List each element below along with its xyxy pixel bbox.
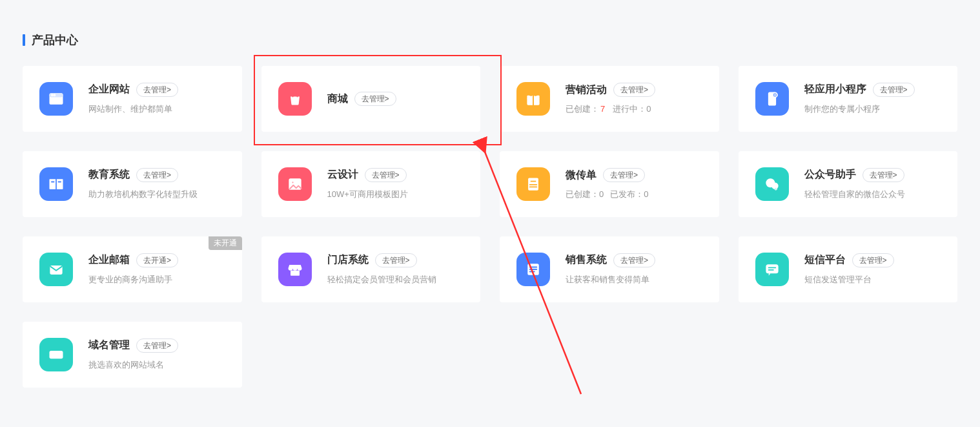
card-action-button[interactable]: 去管理> <box>375 253 417 267</box>
card-title: 公众号助手 <box>804 168 856 182</box>
product-card[interactable]: 门店系统去管理>轻松搞定会员管理和会员营销 <box>261 236 481 302</box>
card-desc: 短信发送管理平台 <box>804 274 941 286</box>
card-desc: 网站制作、维护都简单 <box>88 103 225 115</box>
stat-label: 已发布： <box>610 189 644 199</box>
card-body: 短信平台去管理>短信发送管理平台 <box>804 253 941 286</box>
card-icon <box>278 167 312 201</box>
stat-value: 0 <box>644 189 648 199</box>
card-body: 公众号助手去管理>轻松管理自家的微信公众号 <box>804 168 941 200</box>
product-card[interactable]: 营销活动去管理>已创建：7进行中：0 <box>500 66 719 132</box>
product-card[interactable]: 商城去管理> <box>261 66 481 132</box>
product-card[interactable]: 轻应用小程序去管理>制作您的专属小程序 <box>739 66 958 132</box>
stat-label: 已创建： <box>566 189 599 199</box>
section-title: 产品中心 <box>23 32 957 48</box>
card-title: 短信平台 <box>804 253 846 267</box>
stat-value: 0 <box>646 104 651 114</box>
card-icon <box>278 253 312 286</box>
card-action-button[interactable]: 去管理> <box>136 168 178 182</box>
card-head: 门店系统去管理> <box>327 253 464 267</box>
card-title: 销售系统 <box>566 253 607 267</box>
svg-point-3 <box>54 94 55 96</box>
card-icon <box>39 253 73 286</box>
card-icon <box>516 82 550 116</box>
card-action-button[interactable]: 去管理> <box>365 168 407 182</box>
card-action-button[interactable]: 去开通> <box>136 253 178 267</box>
product-card[interactable]: 企业网站去管理>网站制作、维护都简单 <box>23 66 242 132</box>
card-head: 轻应用小程序去管理> <box>804 83 941 97</box>
card-icon <box>755 167 789 201</box>
svg-text:W.=: W.= <box>52 353 61 359</box>
card-action-button[interactable]: 去管理> <box>873 83 915 97</box>
card-action-button[interactable]: 去管理> <box>613 83 655 97</box>
card-body: 企业邮箱去开通>更专业的商务沟通助手 <box>88 253 225 286</box>
card-head: 域名管理去管理> <box>88 338 225 353</box>
svg-point-2 <box>52 94 53 96</box>
card-head: 短信平台去管理> <box>804 253 941 267</box>
card-title: 教育系统 <box>88 168 130 182</box>
card-body: 营销活动去管理>已创建：7进行中：0 <box>566 83 702 115</box>
card-desc: 让获客和销售变得简单 <box>566 274 702 286</box>
card-body: 教育系统去管理>助力教培机构数字化转型升级 <box>88 168 225 200</box>
card-desc: 更专业的商务沟通助手 <box>88 274 225 286</box>
card-action-button[interactable]: 去管理> <box>136 83 178 97</box>
card-icon: W.= <box>39 338 73 371</box>
product-grid: 企业网站去管理>网站制作、维护都简单商城去管理>营销活动去管理>已创建：7进行中… <box>23 66 957 388</box>
product-card[interactable]: 公众号助手去管理>轻松管理自家的微信公众号 <box>739 151 958 217</box>
card-title: 营销活动 <box>566 83 607 97</box>
card-desc: 助力教培机构数字化转型升级 <box>88 189 225 200</box>
card-body: 销售系统去管理>让获客和销售变得简单 <box>566 253 702 286</box>
card-head: 企业网站去管理> <box>88 83 225 97</box>
card-icon <box>755 82 789 116</box>
stat-label: 已创建： <box>566 104 599 114</box>
product-card[interactable]: 教育系统去管理>助力教培机构数字化转型升级 <box>23 151 242 217</box>
card-title: 云设计 <box>327 168 358 182</box>
card-head: 销售系统去管理> <box>566 253 702 267</box>
card-body: 云设计去管理>10W+可商用模板图片 <box>327 168 464 200</box>
card-action-button[interactable]: 去管理> <box>863 168 904 182</box>
section-title-text: 产品中心 <box>32 32 78 48</box>
card-desc: 10W+可商用模板图片 <box>327 189 464 200</box>
product-card[interactable]: 销售系统去管理>让获客和销售变得简单 <box>500 236 719 302</box>
card-icon <box>39 167 73 201</box>
svg-point-12 <box>291 181 294 183</box>
card-action-button[interactable]: 去管理> <box>613 253 655 267</box>
card-head: 商城去管理> <box>327 92 464 106</box>
card-head: 云设计去管理> <box>327 168 464 182</box>
card-head: 营销活动去管理> <box>566 83 702 97</box>
card-desc: 挑选喜欢的网站域名 <box>88 359 225 371</box>
card-action-button[interactable]: 去管理> <box>603 168 645 182</box>
product-card[interactable]: W.=域名管理去管理>挑选喜欢的网站域名 <box>23 322 242 388</box>
card-desc: 轻松搞定会员管理和会员营销 <box>327 274 464 286</box>
svg-rect-21 <box>291 271 300 276</box>
stat-label: 进行中： <box>613 104 646 114</box>
product-card[interactable]: 未开通企业邮箱去开通>更专业的商务沟通助手 <box>23 236 242 302</box>
card-body: 轻应用小程序去管理>制作您的专属小程序 <box>804 83 941 115</box>
card-icon <box>516 167 550 201</box>
card-icon <box>755 253 789 286</box>
card-desc: 制作您的专属小程序 <box>804 103 941 115</box>
card-desc: 轻松管理自家的微信公众号 <box>804 189 941 200</box>
svg-point-8 <box>772 92 777 97</box>
card-badge: 未开通 <box>209 236 242 250</box>
card-title: 域名管理 <box>88 338 130 352</box>
card-title: 微传单 <box>566 169 597 182</box>
card-body: 商城去管理> <box>327 92 464 106</box>
card-head: 企业邮箱去开通> <box>88 253 225 267</box>
card-action-button[interactable]: 去管理> <box>852 253 894 267</box>
product-card[interactable]: 云设计去管理>10W+可商用模板图片 <box>261 151 481 217</box>
card-icon <box>39 82 73 116</box>
card-title: 门店系统 <box>327 253 369 267</box>
card-title: 企业网站 <box>88 83 130 96</box>
card-action-button[interactable]: 去管理> <box>136 338 178 353</box>
product-card[interactable]: 微传单去管理>已创建：0已发布：0 <box>500 151 719 217</box>
card-body: 域名管理去管理>挑选喜欢的网站域名 <box>88 338 225 371</box>
card-head: 教育系统去管理> <box>88 168 225 182</box>
svg-rect-14 <box>530 180 537 183</box>
card-head: 微传单去管理> <box>566 168 702 182</box>
card-action-button[interactable]: 去管理> <box>354 92 396 106</box>
stat-value: 0 <box>599 189 604 199</box>
card-icon <box>516 253 550 286</box>
card-stats: 已创建：7进行中：0 <box>566 103 702 115</box>
product-card[interactable]: 短信平台去管理>短信发送管理平台 <box>739 236 958 302</box>
card-icon <box>278 82 312 116</box>
